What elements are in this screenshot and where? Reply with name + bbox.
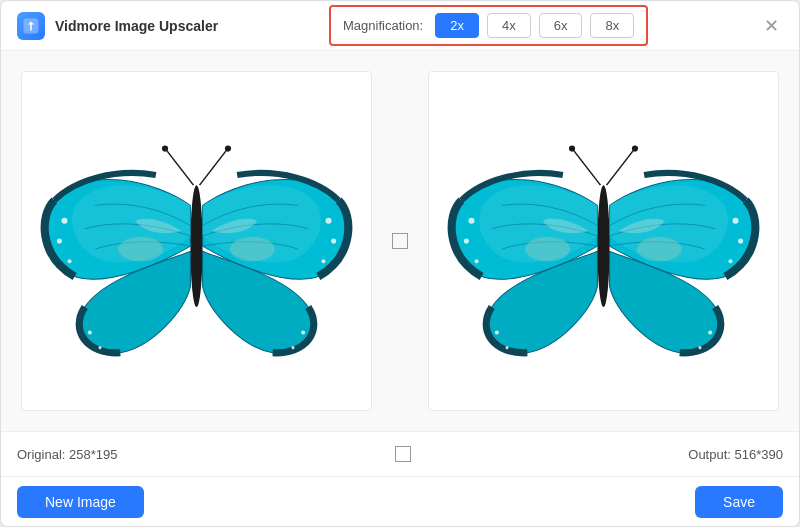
svg-point-24 bbox=[464, 238, 469, 243]
magnification-label: Magnification: bbox=[343, 18, 423, 33]
output-image-panel bbox=[428, 71, 779, 411]
info-bar: Original: 258*195 Output: 516*390 bbox=[1, 431, 799, 476]
svg-point-33 bbox=[525, 237, 570, 261]
close-button[interactable]: ✕ bbox=[759, 14, 783, 38]
svg-point-12 bbox=[88, 330, 92, 334]
svg-point-18 bbox=[597, 185, 609, 307]
save-button[interactable]: Save bbox=[695, 486, 783, 518]
svg-point-15 bbox=[291, 346, 294, 349]
svg-point-31 bbox=[708, 330, 712, 334]
svg-point-11 bbox=[321, 259, 325, 263]
svg-point-28 bbox=[728, 259, 732, 263]
original-info: Original: 258*195 bbox=[17, 447, 117, 462]
app-icon bbox=[17, 12, 45, 40]
svg-point-8 bbox=[68, 259, 72, 263]
magnification-6x-button[interactable]: 6x bbox=[539, 13, 583, 38]
app-logo-icon bbox=[22, 17, 40, 35]
magnification-controls: Magnification: 2x 4x 6x 8x bbox=[329, 5, 648, 46]
svg-point-34 bbox=[637, 237, 682, 261]
svg-point-14 bbox=[301, 330, 305, 334]
svg-line-2 bbox=[166, 150, 193, 186]
svg-line-21 bbox=[607, 150, 634, 186]
svg-point-27 bbox=[738, 238, 743, 243]
svg-point-30 bbox=[505, 346, 508, 349]
svg-point-22 bbox=[632, 146, 638, 152]
svg-point-9 bbox=[325, 218, 331, 224]
original-butterfly-image bbox=[34, 84, 359, 398]
svg-point-17 bbox=[230, 237, 275, 261]
output-butterfly-image bbox=[441, 84, 766, 398]
magnification-8x-button[interactable]: 8x bbox=[590, 13, 634, 38]
svg-point-23 bbox=[468, 218, 474, 224]
magnification-2x-button[interactable]: 2x bbox=[435, 13, 479, 38]
svg-point-7 bbox=[57, 238, 62, 243]
footer-bar: New Image Save bbox=[1, 476, 799, 526]
title-left: Vidmore Image Upscaler bbox=[17, 12, 218, 40]
svg-point-20 bbox=[569, 146, 575, 152]
svg-point-26 bbox=[732, 218, 738, 224]
app-window: Vidmore Image Upscaler Magnification: 2x… bbox=[0, 0, 800, 527]
new-image-button[interactable]: New Image bbox=[17, 486, 144, 518]
svg-line-4 bbox=[200, 150, 227, 186]
svg-point-13 bbox=[98, 346, 101, 349]
svg-point-10 bbox=[331, 238, 336, 243]
svg-point-5 bbox=[225, 146, 231, 152]
magnification-4x-button[interactable]: 4x bbox=[487, 13, 531, 38]
original-image-panel bbox=[21, 71, 372, 411]
center-checkbox-icon bbox=[395, 446, 411, 462]
svg-point-1 bbox=[190, 185, 202, 307]
svg-point-16 bbox=[118, 237, 163, 261]
svg-point-6 bbox=[61, 218, 67, 224]
svg-line-19 bbox=[573, 150, 600, 186]
svg-point-32 bbox=[698, 346, 701, 349]
svg-point-25 bbox=[475, 259, 479, 263]
center-divider-icon bbox=[392, 233, 408, 249]
app-title: Vidmore Image Upscaler bbox=[55, 18, 218, 34]
title-bar: Vidmore Image Upscaler Magnification: 2x… bbox=[1, 1, 799, 51]
main-content bbox=[1, 51, 799, 431]
svg-point-29 bbox=[495, 330, 499, 334]
svg-point-3 bbox=[162, 146, 168, 152]
output-info: Output: 516*390 bbox=[688, 447, 783, 462]
